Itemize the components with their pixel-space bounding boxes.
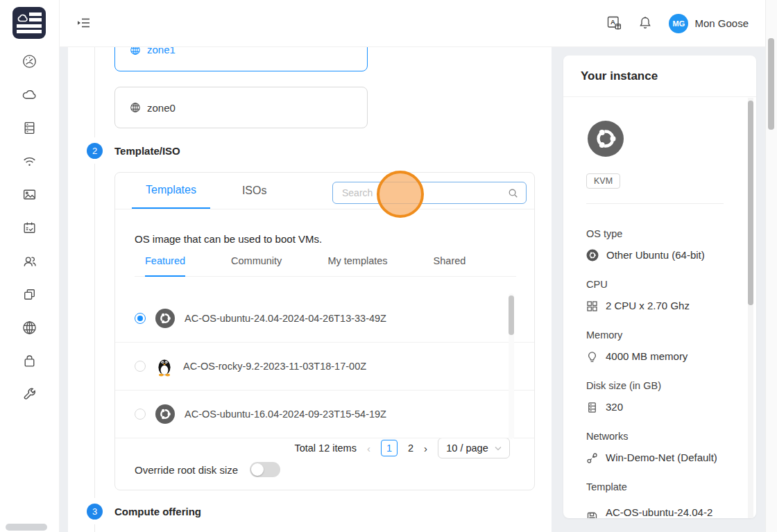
svg-text:A: A bbox=[610, 18, 615, 26]
images-icon[interactable] bbox=[22, 187, 37, 203]
api-icon bbox=[586, 452, 598, 464]
template-radio[interactable] bbox=[135, 313, 146, 324]
pagination-page-2[interactable]: 2 bbox=[408, 443, 413, 454]
template-description: OS image that can be used to boot VMs. bbox=[135, 233, 534, 246]
user-name: Mon Goose bbox=[694, 17, 749, 29]
bell-icon[interactable] bbox=[638, 16, 652, 31]
tab-templates[interactable]: Templates bbox=[132, 173, 210, 209]
step-connector bbox=[94, 164, 95, 498]
ubuntu-icon bbox=[586, 249, 599, 261]
page-scrollbar-thumb[interactable] bbox=[768, 38, 774, 130]
step-3-title: Compute offering bbox=[114, 506, 201, 517]
spec-value-row: 4000 MB memory bbox=[586, 350, 756, 363]
cloud-icon[interactable] bbox=[22, 87, 37, 103]
spec-value-row: Win-Demo-Net (Default) bbox=[586, 451, 756, 465]
dashboard-icon[interactable] bbox=[22, 53, 37, 69]
step-2-title: Template/ISO bbox=[114, 145, 180, 157]
search-icon[interactable] bbox=[508, 188, 518, 198]
template-filter-tabs: Featured Community My templates Shared bbox=[135, 255, 516, 277]
template-radio[interactable] bbox=[135, 409, 146, 420]
spec-value: 2 CPU x 2.70 Ghz bbox=[606, 299, 690, 313]
spec-value: 4000 MB memory bbox=[606, 350, 688, 363]
step-connector bbox=[94, 524, 95, 532]
template-iso-tabbar: Templates ISOs bbox=[115, 173, 534, 209]
spec-value-row: AC-OS-ubuntu-24.04-2 bbox=[586, 501, 756, 518]
divider bbox=[586, 203, 724, 204]
filter-tab-shared[interactable]: Shared bbox=[434, 255, 466, 276]
click-indicator bbox=[377, 171, 424, 218]
panel-scrollbar-thumb[interactable] bbox=[748, 101, 753, 305]
template-row[interactable]: AC-OS-rocky-9.2-2023-11-03T18-17-00Z bbox=[115, 343, 534, 391]
avatar: MG bbox=[669, 14, 688, 33]
domains-icon[interactable] bbox=[22, 286, 37, 302]
page-scrollbar-track bbox=[765, 0, 777, 532]
offerings-icon[interactable] bbox=[22, 353, 37, 369]
events-icon[interactable] bbox=[22, 220, 37, 236]
sidebar-collapse-handle[interactable] bbox=[6, 524, 47, 531]
menu-unfold-icon[interactable] bbox=[76, 16, 91, 30]
step-2-badge: 2 bbox=[87, 143, 103, 159]
database-icon bbox=[586, 402, 598, 413]
ubuntu-icon bbox=[586, 119, 756, 158]
template-list: AC-OS-ubuntu-24.04-2024-04-26T13-33-49Z bbox=[115, 295, 534, 438]
template-radio[interactable] bbox=[135, 361, 146, 372]
zone-card-zone0[interactable]: zone0 bbox=[114, 87, 368, 128]
filter-tab-featured[interactable]: Featured bbox=[145, 255, 185, 277]
toggle-knob bbox=[251, 463, 264, 476]
tools-icon[interactable] bbox=[22, 386, 37, 402]
spec-label: Template bbox=[586, 481, 756, 493]
page-size-select[interactable]: 10 / page bbox=[438, 438, 510, 458]
step-connector bbox=[94, 46, 95, 137]
spec-label: Networks bbox=[586, 431, 756, 443]
appstore-icon bbox=[586, 300, 598, 312]
left-sidebar bbox=[0, 0, 60, 532]
step-3-badge: 3 bbox=[87, 504, 103, 520]
panel-title: Your instance bbox=[581, 69, 756, 83]
list-scrollbar-thumb[interactable] bbox=[509, 295, 514, 335]
spec-label: Memory bbox=[586, 329, 756, 341]
template-row[interactable]: AC-OS-ubuntu-16.04-2024-09-23T15-54-19Z bbox=[115, 391, 534, 438]
template-row[interactable]: AC-OS-ubuntu-24.04-2024-04-26T13-33-49Z bbox=[115, 295, 534, 343]
template-iso-card: Templates ISOs OS image that can be used… bbox=[114, 172, 535, 490]
spec-value: AC-OS-ubuntu-24.04-2 bbox=[606, 506, 712, 519]
filter-tab-my-templates[interactable]: My templates bbox=[327, 255, 387, 276]
spec-value: 320 bbox=[606, 400, 623, 414]
template-search bbox=[332, 182, 527, 204]
user-menu[interactable]: MG Mon Goose bbox=[669, 14, 749, 33]
page-size-value: 10 / page bbox=[446, 443, 488, 454]
top-header: A MG Mon Goose bbox=[59, 0, 766, 47]
pagination-next-icon[interactable]: › bbox=[424, 443, 427, 454]
users-icon[interactable] bbox=[22, 253, 37, 269]
ubuntu-icon bbox=[155, 404, 176, 424]
pagination-prev-icon[interactable]: ‹ bbox=[367, 443, 370, 454]
ubuntu-icon bbox=[155, 308, 176, 329]
template-name: AC-OS-ubuntu-24.04-2024-04-26T13-33-49Z bbox=[185, 313, 386, 324]
spec-value-row: 320 bbox=[586, 400, 756, 414]
filter-tab-community[interactable]: Community bbox=[231, 255, 282, 276]
pagination-total: Total 12 items bbox=[294, 443, 356, 454]
override-root-disk-toggle[interactable] bbox=[250, 462, 280, 477]
header-actions: A MG Mon Goose bbox=[607, 0, 749, 46]
spec-label: OS type bbox=[586, 228, 756, 240]
storage-icon[interactable] bbox=[22, 120, 37, 136]
infrastructure-icon[interactable] bbox=[22, 320, 37, 336]
sidebar-menu bbox=[0, 53, 59, 402]
your-instance-panel: Your instance KVM OS type bbox=[563, 55, 756, 518]
override-root-disk-label: Override root disk size bbox=[135, 464, 238, 476]
template-name: AC-OS-ubuntu-16.04-2024-09-23T15-54-19Z bbox=[185, 409, 386, 420]
chevron-down-icon bbox=[495, 446, 502, 451]
spec-label: CPU bbox=[586, 279, 756, 291]
zone-label: zone0 bbox=[147, 102, 176, 114]
tux-icon bbox=[155, 356, 174, 377]
pagination-page-1[interactable]: 1 bbox=[381, 440, 398, 456]
template-name: AC-OS-rocky-9.2-2023-11-03T18-17-00Z bbox=[183, 361, 366, 372]
spec-value-row: Other Ubuntu (64-bit) bbox=[586, 248, 756, 262]
translate-icon[interactable]: A bbox=[607, 16, 622, 31]
panel-body: KVM OS type Other Ubuntu (64-bit) CPU bbox=[563, 97, 756, 518]
network-icon[interactable] bbox=[22, 153, 37, 169]
spec-value: Win-Demo-Net (Default) bbox=[606, 451, 717, 465]
override-root-disk-row: Override root disk size bbox=[135, 462, 534, 477]
tab-isos[interactable]: ISOs bbox=[228, 173, 281, 209]
hypervisor-badge: KVM bbox=[586, 173, 620, 189]
cloudstack-logo[interactable] bbox=[12, 7, 46, 39]
